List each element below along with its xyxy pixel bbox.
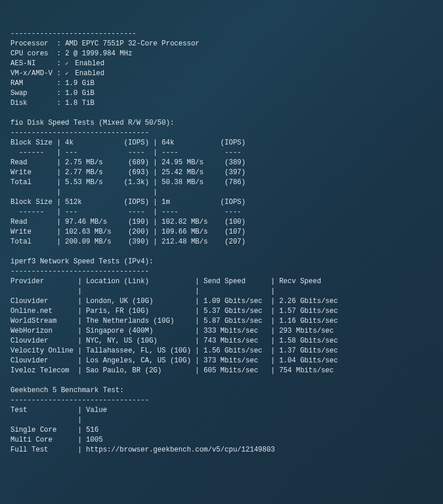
geekbench-row: Multi Core | 1005 [10, 436, 346, 444]
aesni-label: AES-NI : [10, 59, 61, 68]
iperf-sep: | | | [10, 287, 342, 295]
iperf-row: WorldStream | The Netherlands (10G) | 5.… [10, 317, 342, 325]
iperf-row: Velocity Online | Tallahassee, FL, US (1… [10, 347, 342, 355]
geekbench-row: Single Core | 516 [10, 426, 346, 434]
fio-header: Block Size | 512k (IOPS) | 1m (IOPS) [10, 198, 245, 206]
aesni-value: Enabled [75, 59, 104, 68]
fio-sep: ------ | --- ---- | ---- ---- [10, 208, 245, 216]
processor-label: Processor : [10, 40, 61, 48]
fio-row: Total | 5.53 MB/s (1.3k) | 50.38 MB/s (7… [10, 178, 245, 186]
ram-value: 1.9 GiB [65, 79, 94, 87]
iperf-row: Clouvider | London, UK (10G) | 1.09 Gbit… [10, 297, 342, 305]
vmx-label: VM-x/AMD-V : [10, 69, 61, 77]
divider: ------------------------------ [10, 30, 136, 38]
disk-value: 1.8 TiB [65, 99, 94, 107]
ram-label: RAM : [10, 79, 61, 87]
fio-gap: | | [10, 188, 245, 196]
iperf-row: WebHorizon | Singapore (400M) | 333 Mbit… [10, 327, 342, 335]
geekbench-header: Test | Value [10, 406, 346, 414]
fio-row: Read | 97.46 MB/s (190) | 102.82 MB/s (1… [10, 218, 245, 226]
divider: --------------------------------- [10, 129, 149, 137]
check-icon [65, 69, 71, 77]
fio-title: fio Disk Speed Tests (Mixed R/W 50/50): [10, 119, 174, 127]
swap-label: Swap : [10, 89, 61, 97]
iperf-row: Clouvider | NYC, NY, US (10G) | 743 Mbit… [10, 337, 342, 345]
cores-label: CPU cores : [10, 50, 61, 58]
fio-row: Total | 200.09 MB/s (390) | 212.48 MB/s … [10, 238, 245, 246]
iperf-row: Clouvider | Los Angeles, CA, US (10G) | … [10, 357, 342, 365]
terminal-output: ------------------------------ Processor… [10, 29, 443, 455]
swap-value: 1.0 GiB [65, 89, 94, 97]
vmx-value: Enabled [75, 69, 104, 77]
iperf-row: Online.net | Paris, FR (10G) | 5.37 Gbit… [10, 307, 342, 315]
geekbench-row: Full Test | https://browser.geekbench.co… [10, 446, 346, 454]
disk-label: Disk : [10, 99, 61, 107]
iperf-title: iperf3 Network Speed Tests (IPv4): [10, 258, 153, 266]
cores-value: 2 @ 1999.984 MHz [65, 50, 132, 58]
geekbench-title: Geekbench 5 Benchmark Test: [10, 386, 124, 394]
processor-value: AMD EPYC 7551P 32-Core Processor [65, 40, 199, 48]
fio-row: Read | 2.75 MB/s (689) | 24.95 MB/s (389… [10, 158, 245, 167]
fio-row: Write | 2.77 MB/s (693) | 25.42 MB/s (39… [10, 168, 245, 177]
fio-sep: ------ | --- ---- | ---- ---- [10, 149, 245, 157]
check-icon [65, 59, 71, 68]
fio-header: Block Size | 4k (IOPS) | 64k (IOPS) [10, 139, 245, 147]
divider: --------------------------------- [10, 396, 149, 404]
fio-row: Write | 102.63 MB/s (200) | 109.66 MB/s … [10, 228, 245, 236]
divider: --------------------------------- [10, 267, 149, 276]
geekbench-sep: | [10, 416, 346, 424]
iperf-header: Provider | Location (Link) | Send Speed … [10, 277, 342, 286]
iperf-row: Iveloz Telecom | Sao Paulo, BR (2G) | 60… [10, 366, 342, 375]
